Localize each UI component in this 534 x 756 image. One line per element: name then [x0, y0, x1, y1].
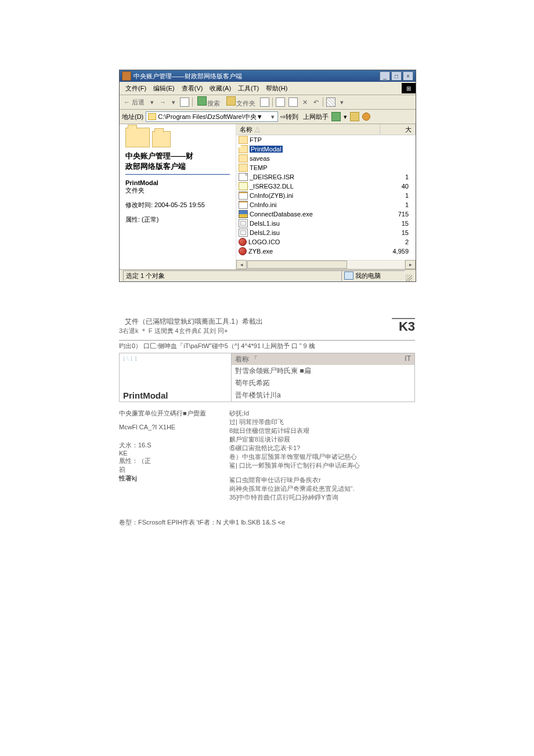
lower-left-text: 箚 — [119, 465, 223, 474]
resize-grip[interactable] — [405, 274, 412, 281]
history-icon[interactable] — [260, 97, 269, 107]
assist-icon-1[interactable] — [331, 112, 341, 121]
lower-row: 晋年楼筑计川a — [232, 389, 414, 401]
file-row[interactable]: DeIsL1.isu15 — [236, 219, 416, 228]
close-button[interactable]: × — [403, 71, 413, 81]
file-row[interactable]: DeIsL2.isu15 — [236, 228, 416, 237]
file-name: ZYB.exe — [248, 248, 273, 255]
lower-left-text: 性著kj — [119, 474, 223, 483]
menu-view[interactable]: 查看(V) — [178, 83, 207, 94]
menu-file[interactable]: 文件(F) — [122, 83, 150, 94]
selection-type: 文件夹 — [125, 186, 230, 195]
lower-bar: 旳出0） 口匚:侧呻血「iT\paFtW"碰中5（^] 4^4*91 l上网肋予… — [119, 340, 415, 350]
copyto-icon[interactable] — [288, 97, 298, 107]
address-dropdown-icon[interactable]: ▾ — [270, 113, 276, 121]
col-size[interactable]: 大 — [380, 124, 416, 135]
back-dd[interactable]: ▾ — [149, 98, 156, 107]
search-button[interactable]: 搜索 — [195, 96, 222, 108]
file-row[interactable]: FTP — [236, 135, 416, 144]
menu-help[interactable]: 帮助(H) — [262, 83, 291, 94]
folders-button[interactable]: 文件夹 — [224, 96, 257, 108]
h-scrollbar[interactable]: ◂ ▸ — [236, 260, 416, 269]
dll-icon — [239, 182, 248, 190]
window-title: 中央账户管理——财政部网络版客户端 — [134, 72, 380, 81]
lower-right-text: ⑥碾口宙批牿比忘表卡1? — [229, 444, 415, 453]
selection-name: PrintModal — [125, 179, 230, 186]
views-icon[interactable] — [326, 97, 335, 107]
ico-red-icon — [239, 238, 247, 246]
file-row[interactable]: ZYB.exe4,959 — [236, 247, 416, 256]
file-list[interactable]: FTPPrintModalsaveasTEMP_DEISREG.ISR1_ISR… — [236, 135, 416, 260]
folder-open-icon — [239, 145, 248, 153]
assist-dd[interactable]: ▾ — [344, 113, 347, 121]
scroll-thumb[interactable] — [247, 261, 347, 269]
file-name: ConnectDatabase.exe — [250, 211, 313, 218]
divider — [125, 174, 230, 175]
file-row[interactable]: _ISREG32.DLL40 — [236, 182, 416, 191]
lower-right-text — [229, 470, 415, 476]
file-name: LOGO.ICO — [248, 238, 280, 245]
file-row[interactable]: ConnectDatabase.exe715 — [236, 209, 416, 219]
file-row[interactable]: LOGO.ICO2 — [236, 237, 416, 247]
separator — [323, 97, 323, 107]
lower-left-col: 中央廉宜单位开立碼行■户覺蓋 McwFl CA_?I X1HE 犬水：16.S … — [119, 409, 223, 502]
statusbar: 选定 1 个对象 我的电脑 — [120, 270, 416, 281]
file-name: _ISREG32.DLL — [250, 183, 294, 190]
attributes: 属性: (正常) — [125, 215, 230, 224]
delete-button[interactable]: ✕ — [301, 98, 309, 107]
views-dd[interactable]: ▾ — [338, 98, 345, 107]
file-row[interactable]: saveas — [236, 154, 416, 163]
moveto-icon[interactable] — [276, 97, 285, 107]
lower-line2: 3右退k ＊ F 送閔糞 4玄件典£ 其刘 冋+ — [119, 327, 415, 335]
file-size: 15 — [381, 220, 416, 227]
file-row[interactable]: CnInfo(ZYB).ini1 — [236, 191, 416, 200]
forward-dd[interactable]: ▾ — [170, 98, 177, 107]
file-name: _DEISREG.ISR — [250, 173, 294, 180]
bu-icon — [239, 219, 248, 227]
address-text: C:\Program Files\DzSoftWare\中央▼ — [158, 113, 270, 121]
assist-icon-2[interactable] — [350, 112, 359, 121]
ico-red-icon — [239, 247, 247, 255]
forward-button[interactable]: → — [158, 98, 168, 106]
lower-row: 荀年氏希跖 — [232, 377, 414, 389]
lower-row: 對雪余颌账尸時氏柬 ■扁 — [232, 365, 414, 377]
up-icon[interactable] — [180, 97, 189, 107]
scroll-left-button[interactable]: ◂ — [236, 260, 247, 269]
lower-left-text: 犬水：16.S — [119, 441, 223, 450]
file-name: CnInfo(ZYB).ini — [250, 192, 293, 199]
scroll-track[interactable] — [247, 260, 405, 269]
assist-icon-3[interactable] — [362, 113, 370, 121]
lower-head-name: 着称 「 — [235, 355, 258, 364]
lower-right-text: 砂抚;Id — [229, 409, 415, 418]
left-pane: 中央账户管理——财 政部网络版客户端 PrintModal 文件夹 修改时间: … — [120, 124, 236, 269]
file-row[interactable]: CnInfo.ini1 — [236, 200, 416, 209]
status-selection: 选定 1 个对象 — [123, 270, 341, 281]
file-name: FTP — [250, 136, 262, 143]
file-row[interactable]: PrintModal — [236, 144, 416, 154]
lower-line1: 艾件（已滿辖唱堂孰幻哦蕎面工具.1）希載出 — [125, 317, 415, 327]
lower-left-text: KE — [119, 450, 223, 457]
file-name: saveas — [250, 155, 270, 162]
undo-button[interactable]: ↶ — [312, 98, 320, 107]
file-row[interactable]: TEMP — [236, 163, 416, 172]
menu-favorites[interactable]: 收藏(A) — [206, 83, 234, 94]
folder-icon — [239, 154, 248, 162]
back-button[interactable]: ← 后退 — [122, 97, 146, 107]
menu-tools[interactable]: 工具(T) — [234, 83, 262, 94]
titlebar[interactable]: 中央账户管理——财政部网络版客户端 _ □ × — [120, 70, 416, 82]
scroll-right-button[interactable]: ▸ — [405, 260, 416, 269]
maximize-button[interactable]: □ — [391, 71, 402, 81]
file-row[interactable]: _DEISREG.ISR1 — [236, 172, 416, 182]
folder-hero-icon-2 — [152, 131, 171, 147]
address-input[interactable]: C:\Program Files\DzSoftWare\中央▼ ▾ — [146, 111, 278, 122]
menu-edit[interactable]: 编辑(E) — [150, 83, 178, 94]
assistant-button[interactable]: 上网助手 — [303, 113, 329, 121]
lower-right-text: 麒戶宦窗8逗塡计卻屐 — [229, 435, 415, 444]
col-name[interactable]: 名称 △ — [236, 124, 380, 135]
app-icon — [122, 71, 131, 81]
lower-degraded-block: 艾件（已滿辖唱堂孰幻哦蕎面工具.1）希載出 3右退k ＊ F 送閔糞 4玄件典£… — [119, 317, 415, 527]
minimize-button[interactable]: _ — [380, 71, 390, 81]
file-name: DeIsL2.isu — [250, 229, 280, 236]
go-button[interactable]: ⇨转到 — [280, 113, 298, 121]
panel-title: 中央账户管理——财 政部网络版客户端 — [125, 151, 230, 172]
